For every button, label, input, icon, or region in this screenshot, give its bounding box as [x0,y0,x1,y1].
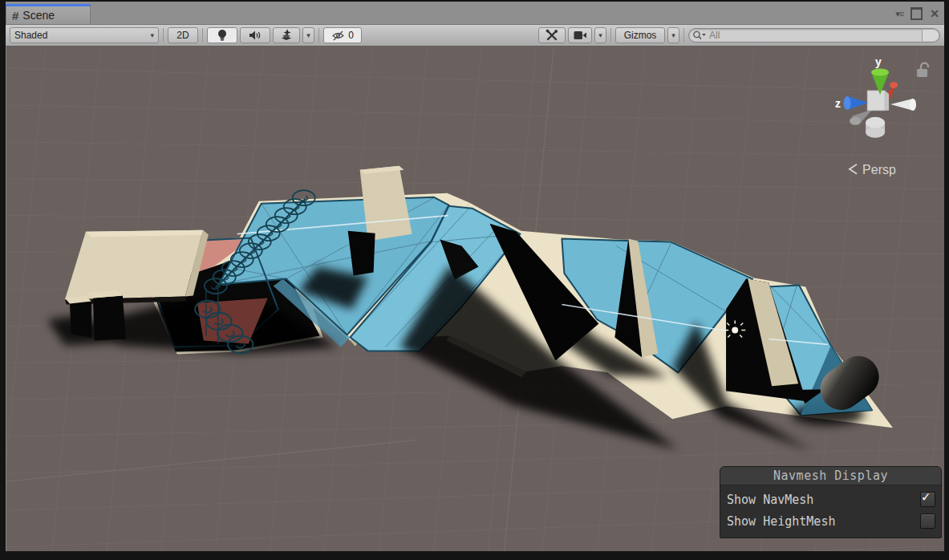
2d-label: 2D [176,30,189,41]
axis-cube [867,91,885,111]
effects-toggle-button[interactable] [273,27,300,43]
scene-grid-icon: # [12,9,18,22]
search-icon [692,30,707,40]
chevron-down-icon: ▾ [598,32,602,39]
axis-y-cap [871,68,889,75]
axis-cube-side [885,91,889,111]
window-controls: ▾≡ ✕ [895,7,939,20]
show-navmesh-checkbox[interactable]: ✓ [920,492,935,507]
axis-cylinder-top [866,117,885,128]
tab-scene-label: Scene [22,9,55,22]
wall-left-long [65,230,209,305]
audio-toggle-button[interactable] [240,27,270,43]
maximize-icon[interactable] [910,7,923,20]
draw-mode-dropdown[interactable]: Shaded ▾ [10,27,159,43]
gizmos-arrow-button[interactable]: ▾ [667,27,679,43]
show-heightmesh-label: Show HeightMesh [727,514,835,529]
scene-toolbar: Shaded ▾ 2D [6,25,944,47]
wrench-pencil-icon [545,29,558,42]
tab-scene[interactable]: # Scene [6,4,91,24]
draw-mode-label: Shaded [14,30,47,41]
tab-bar: # Scene ▾≡ ✕ [6,2,944,25]
chevron-down-icon: ▾ [671,32,675,39]
show-heightmesh-row: Show HeightMesh [727,510,935,532]
hidden-objects-button[interactable]: 0 [323,27,362,43]
unity-scene-window: # Scene ▾≡ ✕ Shaded ▾ 2D [0,0,949,560]
tools-button[interactable] [538,27,566,43]
axis-x-cap [890,82,898,88]
show-navmesh-row: Show NavMesh ✓ [727,489,935,510]
close-icon[interactable]: ✕ [930,7,939,20]
scene-viewport[interactable]: y z Persp Navmesh Display [6,47,944,551]
effects-star-icon [280,29,293,42]
lock-icon[interactable] [917,63,928,76]
axis-cone-right[interactable] [890,99,913,111]
camera-icon [574,30,587,40]
search-clear-button[interactable] [922,30,939,41]
speaker-icon [249,30,262,41]
search-input[interactable]: All [688,28,940,43]
gizmos-label: Gizmos [624,30,657,41]
axis-right-cap [910,99,916,111]
checkmark-icon: ✓ [922,489,930,505]
axis-cone-back-cap [850,117,861,125]
2d-toggle-button[interactable]: 2D [168,27,198,43]
small-boxes-left [65,290,126,341]
navmesh-panel-body: Show NavMesh ✓ Show HeightMesh [720,485,941,538]
projection-control[interactable]: Persp [850,163,896,177]
axis-z-label: z [835,97,841,110]
axis-z-cap [844,96,851,110]
chevron-down-icon: ▾ [306,32,310,39]
search-value: All [709,30,936,41]
chevron-down-icon: ▾ [150,32,154,39]
axis-cylinder-bottom [866,127,885,138]
show-navmesh-label: Show NavMesh [727,493,813,507]
show-heightmesh-checkbox[interactable] [920,513,935,529]
gizmos-dropdown[interactable]: Gizmos [615,27,665,43]
scene-view-window: # Scene ▾≡ ✕ Shaded ▾ 2D [6,2,944,551]
camera-dropdown-button[interactable]: ▾ [594,27,606,43]
lightbulb-icon [217,29,228,42]
axis-y-label: y [875,55,882,68]
axis-gizmo[interactable]: y z [835,55,916,138]
navmesh-panel-title: Navmesh Display [720,467,941,485]
eye-slash-icon [331,30,345,41]
context-menu-icon[interactable]: ▾≡ [895,9,903,19]
navmesh-display-panel: Navmesh Display Show NavMesh ✓ Show Heig… [720,466,942,538]
camera-button[interactable] [568,27,592,43]
effects-dropdown-button[interactable]: ▾ [302,27,314,43]
lighting-toggle-button[interactable] [207,27,237,43]
hidden-count-label: 0 [348,30,354,41]
projection-label: Persp [862,163,896,177]
